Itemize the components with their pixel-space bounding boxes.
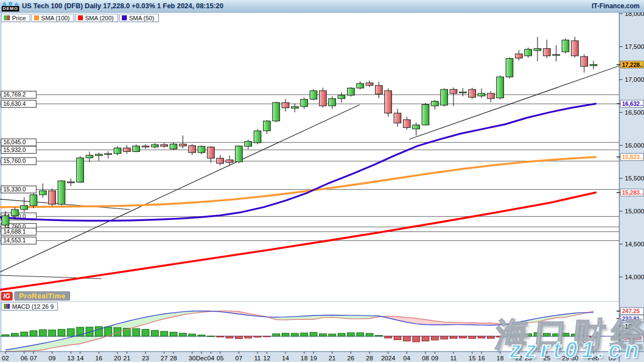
ig-logo: IG xyxy=(1,292,13,301)
candle-up xyxy=(432,101,439,106)
macd-hist-bar-down xyxy=(432,336,439,340)
svg-text:09: 09 xyxy=(432,355,439,361)
candle-up xyxy=(329,99,336,106)
macd-hist-bar-down xyxy=(226,336,233,338)
svg-text:07: 07 xyxy=(236,355,243,361)
svg-text:16,500: 16,500 xyxy=(625,109,644,116)
svg-text:19: 19 xyxy=(310,355,317,361)
candle-up xyxy=(40,191,47,195)
macd-hist-bar-up xyxy=(525,333,532,336)
svg-text:22: 22 xyxy=(516,355,523,361)
svg-text:-14.439: -14.439 xyxy=(622,335,642,341)
it-finance-link[interactable]: IT-Finance.com xyxy=(592,2,640,10)
candle-up xyxy=(236,146,243,162)
svg-text:28: 28 xyxy=(366,355,373,361)
chart-canvas[interactable]: 16,769.216,630.416,045.015,932.015,760.0… xyxy=(0,0,644,362)
svg-text:247.25: 247.25 xyxy=(622,308,640,314)
macd-hist-bar-up xyxy=(562,333,569,336)
svg-text:15: 15 xyxy=(469,355,476,361)
macd-hist-bar-up xyxy=(40,330,47,336)
macd-hist-bar-up xyxy=(21,332,28,336)
instrument-title: US Tech 100 (DFB) Daily 17,228.0 +0.03% … xyxy=(22,2,223,10)
macd-hist-bar-down xyxy=(488,336,495,338)
svg-text:07: 07 xyxy=(30,355,37,361)
candle-up xyxy=(460,92,467,93)
legend-item-sma-50[interactable]: SMA (50) xyxy=(119,14,159,22)
macd-legend-label: MACD (12 26 9 xyxy=(12,303,54,310)
sma-color-icon xyxy=(34,15,39,20)
svg-text:04: 04 xyxy=(404,355,411,361)
svg-text:26: 26 xyxy=(348,355,355,361)
svg-text:15,330.0: 15,330.0 xyxy=(3,186,26,193)
candle-up xyxy=(497,77,504,98)
candle-down xyxy=(68,182,75,183)
macd-hist-bar-up xyxy=(96,326,103,336)
macd-hist-bar-up xyxy=(310,332,317,336)
candle-up xyxy=(77,158,84,182)
legend-item-sma-200[interactable]: SMA (200) xyxy=(75,14,118,22)
svg-text:05: 05 xyxy=(609,355,616,361)
candle-down xyxy=(404,120,411,127)
macd-hist-bar-up xyxy=(152,330,159,336)
svg-text:12: 12 xyxy=(264,355,271,361)
svg-text:15,823..: 15,823.. xyxy=(622,154,643,160)
candle-up xyxy=(133,146,140,151)
legend-item-price[interactable]: Price xyxy=(1,14,30,22)
candle-down xyxy=(544,49,551,56)
candle-down xyxy=(208,147,215,158)
svg-text:14: 14 xyxy=(282,355,289,361)
svg-text:Feb: Feb xyxy=(588,355,599,361)
demo-badge: DEMO xyxy=(2,6,19,12)
macd-hist-bar-up xyxy=(301,333,308,336)
macd-hist-bar-down xyxy=(450,336,457,338)
svg-text:15,500: 15,500 xyxy=(625,175,644,182)
svg-text:14,688.1: 14,688.1 xyxy=(3,228,26,235)
svg-text:16: 16 xyxy=(478,355,485,361)
candle-up xyxy=(170,144,177,149)
svg-text:06: 06 xyxy=(21,355,28,361)
svg-text:232.81: 232.81 xyxy=(622,315,640,322)
macd-legend[interactable]: MACD (12 26 9 xyxy=(1,302,58,310)
svg-text:16,630.4: 16,630.4 xyxy=(3,100,26,107)
svg-text:17,000: 17,000 xyxy=(625,76,644,83)
macd-hist-bar-up xyxy=(544,333,551,336)
macd-hist-bar-up xyxy=(133,329,140,336)
candle-up xyxy=(30,195,37,206)
candle-down xyxy=(226,160,233,162)
candle-down xyxy=(282,103,289,108)
prorealtime-logo[interactable]: IG ProRealTime xyxy=(1,291,70,301)
macd-hist-bar-down xyxy=(413,336,420,342)
macd-hist-bar-up xyxy=(142,329,149,336)
macd-hist-bar-up xyxy=(581,336,588,336)
candle-up xyxy=(441,89,448,105)
candle-up xyxy=(152,145,159,147)
macd-hist-bar-up xyxy=(2,335,9,336)
macd-hist-bar-down xyxy=(264,336,271,337)
svg-text:15,760.0: 15,760.0 xyxy=(3,157,26,164)
svg-text:15,283..: 15,283.. xyxy=(622,189,643,196)
candle-down xyxy=(394,113,401,123)
candle-up xyxy=(21,206,28,210)
macd-hist-bar-up xyxy=(329,334,336,336)
svg-text:23: 23 xyxy=(142,355,149,361)
macd-hist-bar-up xyxy=(273,334,280,336)
candle-up xyxy=(590,65,597,66)
candle-up xyxy=(198,146,205,152)
macd-hist-bar-up xyxy=(338,333,345,336)
chart-title-bar: DEMO US Tech 100 (DFB) Daily 17,228.0 +0… xyxy=(0,0,644,13)
svg-text:13: 13 xyxy=(68,355,75,361)
price-icon xyxy=(4,15,10,20)
svg-text:08: 08 xyxy=(422,355,429,361)
macd-hist-bar-up xyxy=(572,334,579,336)
macd-hist-bar-up xyxy=(68,329,75,336)
macd-hist-bar-down xyxy=(478,336,485,338)
candle-up xyxy=(114,148,121,154)
macd-hist-bar-down xyxy=(590,336,597,338)
legend-item-sma-100[interactable]: SMA (100) xyxy=(31,14,74,22)
macd-hist-bar-down xyxy=(245,336,252,338)
candle-up xyxy=(264,121,271,131)
svg-text:02: 02 xyxy=(2,355,9,361)
legend-label: SMA (200) xyxy=(85,15,114,21)
macd-hist-bar-up xyxy=(180,333,187,336)
macd-hist-bar-down xyxy=(422,336,429,341)
